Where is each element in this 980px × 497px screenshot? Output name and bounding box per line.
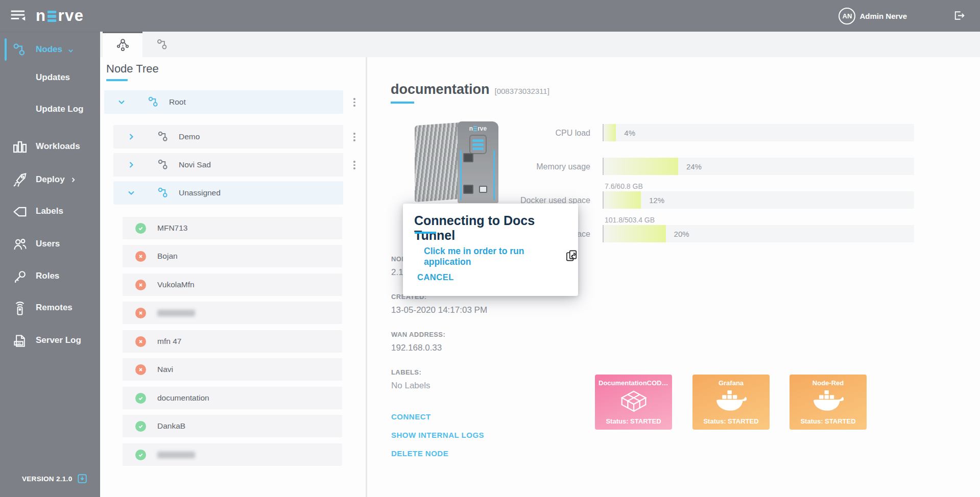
copy-link-icon[interactable] (565, 250, 578, 264)
cancel-button[interactable]: CANCEL (417, 272, 454, 282)
run-application-label: Click me in order to run application (424, 246, 558, 267)
run-application-link[interactable]: Click me in order to run application (424, 246, 578, 267)
nerve-app: n rve AN Admin Nerve Nodes (0, 0, 980, 497)
connect-tunnel-dialog: Connecting to Docs Tunnel Click me in or… (403, 204, 578, 296)
dialog-title: Connecting to Docs Tunnel (414, 213, 578, 243)
dialog-title-underline (415, 232, 436, 234)
